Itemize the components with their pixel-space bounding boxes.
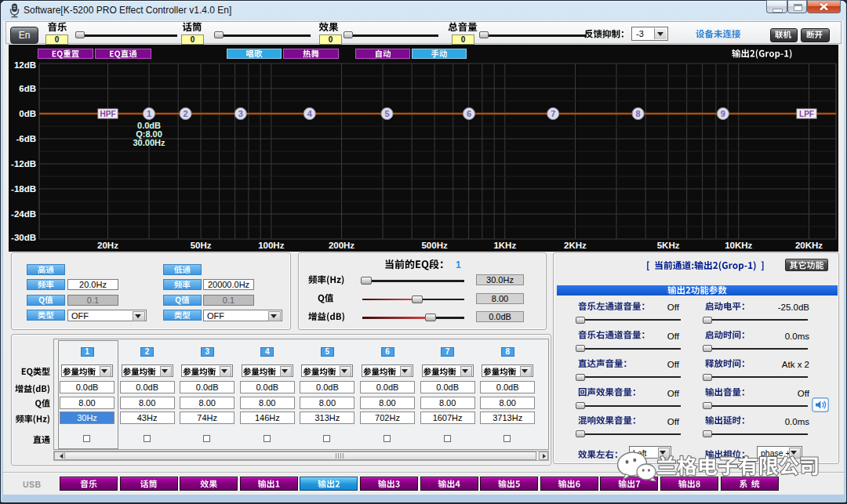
svg-text:9: 9: [721, 109, 725, 118]
svg-text:500Hz: 500Hz: [421, 241, 447, 250]
svg-text:2KHz: 2KHz: [564, 241, 587, 250]
svg-text:-6dB: -6dB: [16, 134, 36, 143]
svg-text:30.00Hz: 30.00Hz: [133, 138, 165, 147]
svg-text:2: 2: [184, 109, 188, 118]
svg-text:3: 3: [238, 109, 243, 118]
svg-text:4: 4: [307, 109, 313, 118]
svg-text:6dB: 6dB: [19, 84, 36, 93]
svg-text:20KHz: 20KHz: [795, 241, 823, 250]
svg-text:7: 7: [551, 109, 555, 118]
svg-text:200Hz: 200Hz: [329, 241, 354, 250]
svg-text:HPF: HPF: [100, 110, 116, 118]
svg-text:-12dB: -12dB: [11, 159, 36, 169]
svg-text:12dB: 12dB: [14, 60, 36, 70]
svg-text:10KHz: 10KHz: [725, 241, 752, 250]
svg-text:20Hz: 20Hz: [97, 241, 118, 250]
svg-text:-30dB: -30dB: [11, 233, 36, 242]
svg-text:100Hz: 100Hz: [258, 241, 284, 250]
svg-text:1: 1: [147, 109, 151, 118]
svg-text:-24dB: -24dB: [11, 209, 36, 219]
svg-text:5: 5: [384, 109, 389, 118]
svg-text:-18dB: -18dB: [11, 184, 36, 194]
svg-text:8: 8: [636, 109, 641, 118]
svg-text:6: 6: [467, 109, 471, 118]
svg-text:50Hz: 50Hz: [191, 241, 212, 250]
svg-text:5KHz: 5KHz: [657, 241, 680, 250]
svg-text:0dB: 0dB: [19, 109, 36, 118]
svg-text:1KHz: 1KHz: [493, 241, 516, 250]
svg-text:LPF: LPF: [799, 110, 814, 118]
